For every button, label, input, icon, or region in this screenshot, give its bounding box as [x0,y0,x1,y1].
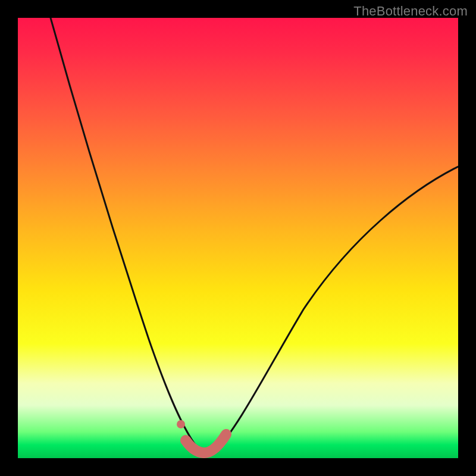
marker-band [186,434,226,453]
curve-left [51,18,201,452]
bottleneck-curve [18,18,458,458]
watermark-text: TheBottleneck.com [353,4,468,19]
marker-dot [177,420,185,428]
curve-right [214,167,458,452]
chart-frame [18,18,458,458]
